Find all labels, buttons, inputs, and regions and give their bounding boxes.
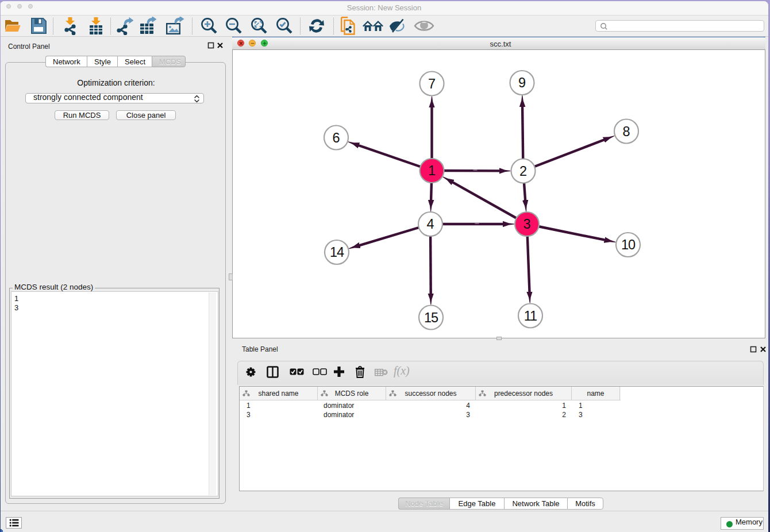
svg-text:4: 4 [426, 217, 434, 232]
svg-text:8: 8 [622, 124, 630, 138]
svg-text:15: 15 [424, 310, 438, 325]
svg-text:6: 6 [332, 130, 340, 145]
svg-text:9: 9 [518, 75, 526, 90]
svg-text:14: 14 [330, 245, 344, 260]
svg-text:1: 1 [428, 163, 436, 178]
svg-text:3: 3 [523, 217, 530, 232]
svg-text:10: 10 [621, 237, 636, 252]
svg-text:2: 2 [519, 163, 527, 178]
svg-text:11: 11 [523, 308, 536, 323]
svg-text:7: 7 [428, 76, 436, 91]
